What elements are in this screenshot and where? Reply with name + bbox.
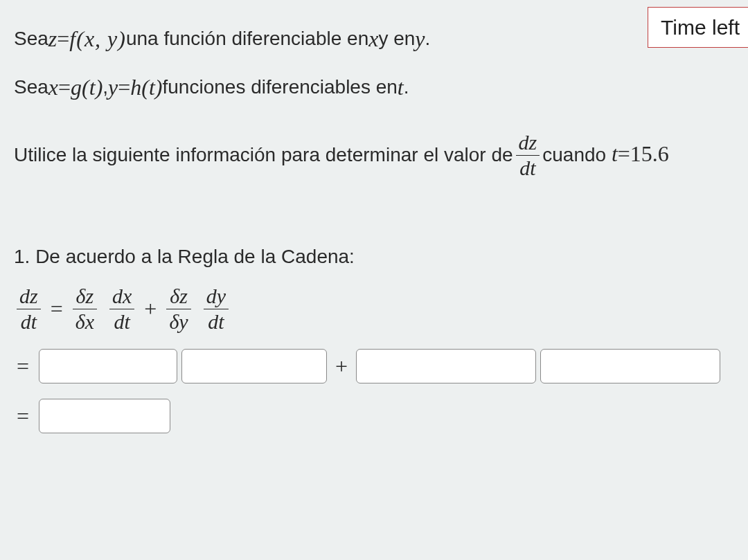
time-left-label: Time left	[661, 16, 740, 39]
plus-sign: +	[335, 350, 348, 383]
frac-num: δz	[73, 285, 97, 309]
spacer	[14, 194, 734, 242]
math-t: t	[398, 71, 404, 104]
frac-den: dt	[516, 156, 540, 179]
math-plus: +	[144, 292, 157, 325]
math-y: y	[108, 71, 118, 104]
text: Sea	[14, 73, 48, 102]
chain-rule-title: 1. De acuerdo a la Regla de la Cadena:	[14, 242, 734, 271]
frac-den: δy	[166, 309, 190, 333]
answer-input-5[interactable]	[39, 399, 170, 433]
answer-input-2[interactable]	[181, 349, 327, 383]
text: funciones diferenciables en	[163, 73, 398, 102]
text: y en	[378, 24, 415, 53]
math-gt: g(t)	[71, 71, 103, 104]
frac-den: dt	[109, 309, 134, 333]
fraction-dy-dt: dy dt	[204, 285, 229, 332]
intro-line-2: Sea x = g(t) , y = h(t) funciones difere…	[14, 71, 409, 104]
intro-line-3: Utilice la siguiente información para de…	[14, 132, 606, 179]
fraction-dx-dt: dx dt	[109, 285, 134, 332]
frac-den: dt	[17, 309, 41, 333]
math-eq: =	[57, 22, 69, 55]
text: cuando	[542, 141, 606, 170]
text: Utilice la siguiente información para de…	[14, 141, 513, 170]
intro-line-1: Sea z = f(x, y) una función diferenciabl…	[14, 22, 430, 55]
text: .	[425, 24, 431, 53]
frac-num: δz	[166, 285, 190, 309]
fraction-dz-dt: dz dt	[516, 132, 540, 179]
math-eq: =	[51, 292, 63, 325]
math-eq: =	[118, 71, 130, 104]
answer-row-1: = +	[14, 349, 734, 383]
math-eq: =	[618, 137, 630, 170]
text: una función diferenciable en	[126, 24, 368, 53]
eq-sign: =	[17, 350, 29, 383]
eq-sign: =	[17, 399, 29, 433]
answer-input-1[interactable]	[39, 349, 177, 383]
frac-den: δx	[73, 309, 97, 333]
text: Sea	[14, 24, 48, 53]
question-content: Sea z = f(x, y) una función diferenciabl…	[0, 0, 748, 433]
answer-row-2: =	[14, 399, 734, 433]
math-x: x	[48, 71, 58, 104]
text: ,	[103, 73, 108, 102]
frac-num: dx	[109, 285, 134, 309]
intro-line-4: t = 15.6	[612, 137, 669, 170]
math-ht: h(t)	[130, 71, 162, 104]
chain-rule-equation: dz dt = δz δx dx dt + δz δy dy dt	[14, 285, 734, 332]
math-t: t	[612, 137, 618, 170]
frac-den: dt	[204, 309, 229, 333]
fraction-dz-dy: δz δy	[166, 285, 190, 332]
math-y: y	[415, 22, 425, 55]
math-x: x	[368, 22, 378, 55]
frac-num: dz	[17, 285, 41, 309]
frac-num: dy	[204, 285, 229, 309]
math-eq: =	[58, 71, 71, 104]
math-z: z	[48, 22, 57, 55]
time-left-box: Time left	[648, 7, 748, 48]
t-value: 15.6	[630, 137, 669, 170]
answer-input-3[interactable]	[356, 349, 536, 383]
text: .	[404, 73, 409, 102]
answer-input-4[interactable]	[540, 349, 720, 383]
frac-num: dz	[516, 132, 540, 156]
fraction-dz-dx: δz δx	[73, 285, 97, 332]
fraction-lhs: dz dt	[17, 285, 41, 332]
math-fxy: f(x, y)	[69, 22, 126, 55]
